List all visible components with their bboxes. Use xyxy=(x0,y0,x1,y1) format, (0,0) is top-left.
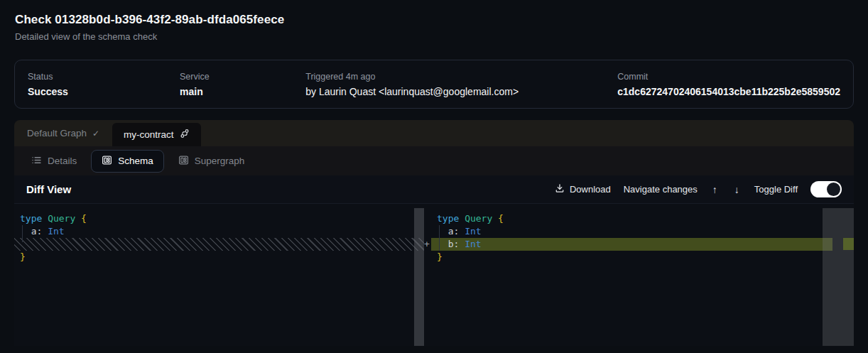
scrollbar-original[interactable] xyxy=(414,208,424,346)
triggered-value: by Laurin Quast <laurinquast@googlemail.… xyxy=(305,86,617,97)
subtab-details-label: Details xyxy=(48,156,77,166)
tab-default-graph-label: Default Graph xyxy=(27,128,87,139)
subtab-schema[interactable]: Schema xyxy=(91,150,164,173)
tab-my-contract[interactable]: my-contract xyxy=(112,123,201,146)
git-compare-icon xyxy=(180,129,190,141)
code-line: type Query { xyxy=(14,212,424,225)
status-label: Status xyxy=(28,72,180,82)
tab-my-contract-label: my-contract xyxy=(124,129,174,140)
contract-tabbar: Default Graph ✓ my-contract xyxy=(14,120,854,146)
service-value: main xyxy=(180,86,305,97)
schema-diff-editor[interactable]: type Query { a: Int } + type Query { a: … xyxy=(14,204,854,346)
subtab-schema-label: Schema xyxy=(118,156,153,166)
diff-controls: Download Navigate changes ↑ ↓ Toggle Dif… xyxy=(555,181,842,197)
diff-view-title: Diff View xyxy=(26,183,71,195)
triggered-column: Triggered 4m ago by Laurin Quast <laurin… xyxy=(305,72,617,97)
check-icon: ✓ xyxy=(92,129,99,139)
code-line: } xyxy=(14,251,424,264)
code-line: a: Int xyxy=(431,225,854,238)
next-change-button[interactable]: ↓ xyxy=(732,184,742,195)
subtab-details[interactable]: Details xyxy=(21,150,87,173)
service-column: Service main xyxy=(180,72,305,97)
status-column: Status Success xyxy=(28,72,180,97)
indent-guide xyxy=(22,225,23,242)
panels-icon xyxy=(178,155,189,168)
view-subtabs: Details Schema S xyxy=(14,146,854,175)
commit-column: Commit c1dc62724702406154013cbe11b225b2e… xyxy=(617,72,840,97)
page-subtitle: Detailed view of the schema check xyxy=(15,31,853,42)
code-line-added: b: Int xyxy=(431,238,832,251)
status-card: Status Success Service main Triggered 4m… xyxy=(14,60,854,109)
toggle-diff-label: Toggle Diff xyxy=(754,184,798,195)
navigate-changes-label: Navigate changes xyxy=(624,184,698,195)
download-icon xyxy=(555,183,565,195)
toggle-diff-switch[interactable] xyxy=(810,181,842,197)
previous-change-button[interactable]: ↑ xyxy=(710,184,720,195)
tab-default-graph[interactable]: Default Graph ✓ xyxy=(14,120,112,146)
diff-pane-original: type Query { a: Int } xyxy=(14,204,424,346)
subtab-supergraph-label: Supergraph xyxy=(195,156,245,166)
page-header: Check 01328b0d-b396-43f2-89ab-dfda065fee… xyxy=(0,0,868,42)
commit-value: c1dc62724702406154013cbe11b225b2e5859502 xyxy=(617,86,840,97)
indent-guide xyxy=(439,225,440,251)
triggered-label: Triggered 4m ago xyxy=(305,72,617,82)
code-line: type Query { xyxy=(431,212,854,225)
code-line: a: Int xyxy=(14,225,424,238)
subtab-supergraph[interactable]: Supergraph xyxy=(168,150,256,173)
diff-added-marker: + xyxy=(424,238,431,251)
toggle-knob xyxy=(827,183,840,196)
code-line: } xyxy=(431,251,854,264)
service-label: Service xyxy=(180,72,305,82)
download-button[interactable]: Download xyxy=(555,183,611,195)
status-value: Success xyxy=(28,86,180,97)
diff-pane-modified: type Query { a: Int b: Int } xyxy=(431,204,854,346)
diff-toolbar: Diff View Download Navigate changes ↑ ↓ … xyxy=(14,175,854,204)
scrollbar-modified[interactable] xyxy=(823,208,854,346)
download-label: Download xyxy=(570,184,611,195)
check-panel: Default Graph ✓ my-contract Detai xyxy=(14,120,854,346)
list-icon xyxy=(31,155,42,168)
commit-label: Commit xyxy=(617,72,840,82)
overview-ruler-added-mark xyxy=(843,238,854,250)
page-title: Check 01328b0d-b396-43f2-89ab-dfda065fee… xyxy=(15,13,853,27)
panels-icon xyxy=(102,155,112,168)
diff-placeholder-line xyxy=(14,238,424,251)
